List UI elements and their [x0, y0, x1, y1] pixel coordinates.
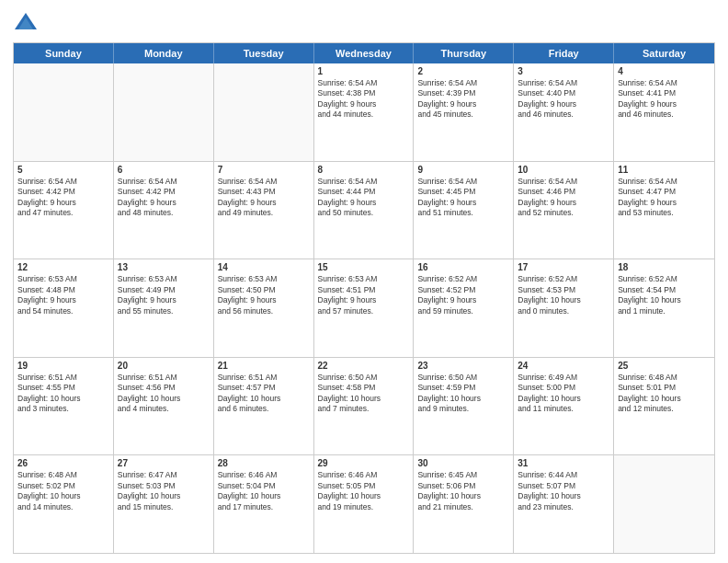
cell-line: Daylight: 9 hours [518, 99, 609, 109]
cell-line: Sunrise: 6:54 AM [618, 177, 711, 187]
cell-line: and 3 minutes. [17, 404, 109, 414]
day-number: 17 [518, 262, 609, 272]
cell-line: and 49 minutes. [218, 208, 310, 218]
calendar-cell-9: 9Sunrise: 6:54 AMSunset: 4:45 PMDaylight… [414, 162, 514, 259]
calendar-cell-2: 2Sunrise: 6:54 AMSunset: 4:39 PMDaylight… [414, 63, 514, 161]
cell-line: and 46 minutes. [618, 109, 711, 120]
cell-line: Sunrise: 6:54 AM [618, 78, 711, 88]
calendar-cell-7: 7Sunrise: 6:54 AMSunset: 4:43 PMDaylight… [214, 162, 314, 259]
day-number: 26 [17, 458, 109, 468]
cell-line: Sunset: 5:00 PM [518, 383, 609, 393]
calendar: SundayMondayTuesdayWednesdayThursdayFrid… [13, 42, 715, 554]
calendar-cell-17: 17Sunrise: 6:52 AMSunset: 4:53 PMDayligh… [514, 259, 614, 357]
calendar-cell-23: 23Sunrise: 6:50 AMSunset: 4:59 PMDayligh… [414, 358, 514, 455]
calendar-cell-20: 20Sunrise: 6:51 AMSunset: 4:56 PMDayligh… [114, 358, 214, 455]
cell-line: Daylight: 10 hours [17, 491, 109, 501]
cell-line: Daylight: 9 hours [17, 198, 109, 208]
calendar-cell-10: 10Sunrise: 6:54 AMSunset: 4:46 PMDayligh… [514, 162, 614, 259]
cell-line: Sunrise: 6:46 AM [218, 470, 310, 480]
cell-line: Sunrise: 6:54 AM [218, 177, 310, 187]
cell-line: Daylight: 9 hours [118, 295, 210, 305]
cell-line: and 7 minutes. [318, 404, 410, 414]
day-number: 7 [218, 165, 310, 175]
calendar-cell-27: 27Sunrise: 6:47 AMSunset: 5:03 PMDayligh… [114, 455, 214, 553]
weekday-header-sunday: Sunday [14, 43, 114, 63]
cell-line: Daylight: 9 hours [318, 198, 410, 208]
weekday-header-wednesday: Wednesday [314, 43, 415, 63]
cell-line: Daylight: 10 hours [417, 491, 509, 501]
cell-line: Sunrise: 6:54 AM [17, 177, 109, 187]
calendar-cell-empty-0-1 [114, 63, 214, 161]
day-number: 14 [218, 262, 310, 272]
calendar-cell-21: 21Sunrise: 6:51 AMSunset: 4:57 PMDayligh… [214, 358, 314, 455]
cell-line: Sunrise: 6:45 AM [417, 470, 509, 480]
cell-line: Daylight: 10 hours [618, 295, 711, 305]
day-number: 15 [318, 262, 410, 272]
day-number: 8 [318, 165, 410, 175]
weekday-header-friday: Friday [514, 43, 614, 63]
cell-line: and 48 minutes. [118, 208, 210, 218]
cell-line: Sunrise: 6:48 AM [618, 373, 711, 383]
calendar-cell-5: 5Sunrise: 6:54 AMSunset: 4:42 PMDaylight… [14, 162, 114, 259]
cell-line: Sunset: 4:51 PM [318, 285, 410, 295]
calendar-cell-empty-0-2 [214, 63, 314, 161]
cell-line: and 59 minutes. [417, 306, 509, 316]
cell-line: Sunset: 4:50 PM [218, 285, 310, 295]
cell-line: Sunrise: 6:54 AM [318, 78, 410, 88]
cell-line: Sunset: 5:01 PM [618, 383, 711, 393]
cell-line: Sunset: 5:07 PM [518, 481, 609, 491]
cell-line: and 57 minutes. [318, 306, 410, 316]
cell-line: Sunset: 5:02 PM [17, 481, 109, 491]
cell-line: Sunrise: 6:54 AM [417, 78, 509, 88]
day-number: 4 [618, 66, 711, 76]
cell-line: and 50 minutes. [318, 208, 410, 218]
day-number: 19 [17, 361, 109, 371]
day-number: 1 [318, 66, 410, 76]
cell-line: Sunset: 4:46 PM [518, 187, 609, 197]
cell-line: Sunset: 4:40 PM [518, 88, 609, 98]
calendar-cell-25: 25Sunrise: 6:48 AMSunset: 5:01 PMDayligh… [614, 358, 714, 455]
cell-line: and 9 minutes. [417, 404, 509, 414]
cell-line: Sunset: 4:57 PM [218, 383, 310, 393]
cell-line: Daylight: 9 hours [17, 295, 109, 305]
cell-line: Sunrise: 6:53 AM [118, 274, 210, 284]
cell-line: Daylight: 9 hours [218, 295, 310, 305]
cell-line: Sunset: 5:06 PM [417, 481, 509, 491]
weekday-header-monday: Monday [114, 43, 214, 63]
day-number: 5 [17, 165, 109, 175]
calendar-cell-18: 18Sunrise: 6:52 AMSunset: 4:54 PMDayligh… [614, 259, 714, 357]
cell-line: Sunrise: 6:50 AM [318, 373, 410, 383]
cell-line: Sunrise: 6:54 AM [417, 177, 509, 187]
calendar-cell-28: 28Sunrise: 6:46 AMSunset: 5:04 PMDayligh… [214, 455, 314, 553]
calendar-header: SundayMondayTuesdayWednesdayThursdayFrid… [14, 43, 714, 63]
day-number: 13 [118, 262, 210, 272]
cell-line: Sunset: 4:53 PM [518, 285, 609, 295]
cell-line: and 47 minutes. [17, 208, 109, 218]
cell-line: Daylight: 9 hours [518, 198, 609, 208]
cell-line: Daylight: 10 hours [17, 394, 109, 404]
calendar-row-3: 19Sunrise: 6:51 AMSunset: 4:55 PMDayligh… [14, 358, 714, 456]
cell-line: Sunrise: 6:44 AM [518, 470, 609, 480]
cell-line: and 14 minutes. [17, 502, 109, 512]
day-number: 24 [518, 361, 609, 371]
cell-line: Sunrise: 6:49 AM [518, 373, 609, 383]
day-number: 22 [318, 361, 410, 371]
calendar-cell-3: 3Sunrise: 6:54 AMSunset: 4:40 PMDaylight… [514, 63, 614, 161]
cell-line: and 52 minutes. [518, 208, 609, 218]
cell-line: and 45 minutes. [417, 109, 509, 120]
calendar-cell-6: 6Sunrise: 6:54 AMSunset: 4:42 PMDaylight… [114, 162, 214, 259]
calendar-body: 1Sunrise: 6:54 AMSunset: 4:38 PMDaylight… [14, 63, 714, 553]
cell-line: Sunrise: 6:48 AM [17, 470, 109, 480]
cell-line: and 44 minutes. [318, 109, 410, 120]
weekday-header-tuesday: Tuesday [214, 43, 314, 63]
calendar-cell-31: 31Sunrise: 6:44 AMSunset: 5:07 PMDayligh… [514, 455, 614, 553]
cell-line: Sunrise: 6:46 AM [318, 470, 410, 480]
cell-line: Sunset: 4:39 PM [417, 88, 509, 98]
cell-line: Sunset: 4:59 PM [417, 383, 509, 393]
cell-line: Sunrise: 6:53 AM [218, 274, 310, 284]
day-number: 9 [417, 165, 509, 175]
cell-line: Daylight: 9 hours [417, 99, 509, 109]
cell-line: and 54 minutes. [17, 306, 109, 316]
cell-line: Daylight: 10 hours [118, 394, 210, 404]
cell-line: Sunrise: 6:51 AM [118, 373, 210, 383]
